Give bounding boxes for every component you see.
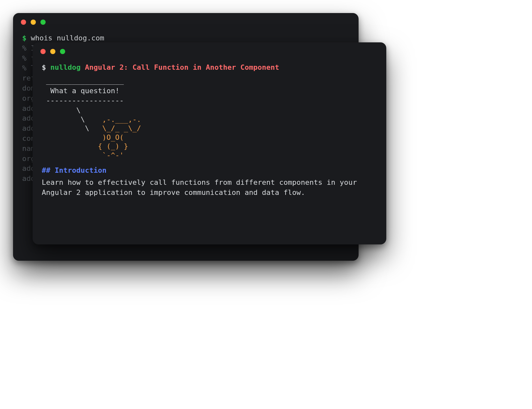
titlebar-back[interactable] [13, 13, 359, 31]
terminal-window-front: $ nulldog Angular 2: Call Function in An… [33, 42, 386, 244]
back-command-line: $ whois nulldog.com [22, 33, 349, 43]
minimize-icon[interactable] [50, 49, 55, 54]
stage: $ whois nulldog.com % IANA WHOIS server … [0, 0, 532, 409]
site-name: nulldog [51, 63, 81, 71]
ascii-line: `-^-' [42, 151, 377, 160]
close-icon[interactable] [40, 49, 46, 54]
minimize-icon[interactable] [31, 20, 36, 25]
front-command-line: $ nulldog Angular 2: Call Function in An… [42, 63, 279, 71]
bubble-text: What a question! [42, 86, 377, 96]
terminal-front-body: $ nulldog Angular 2: Call Function in An… [33, 61, 386, 204]
intro-heading: ## Introduction [42, 166, 377, 176]
bubble-border-top: __________________ [42, 76, 377, 86]
close-icon[interactable] [21, 20, 26, 25]
back-command: whois nulldog.com [31, 34, 104, 42]
ascii-dog-art: \ \ ,-.___,-. \ \_/_ _\_/ )O_O( { (_) } … [42, 106, 377, 160]
prompt-symbol: $ [22, 34, 31, 42]
prompt-symbol: $ [42, 63, 51, 71]
ascii-line: \ \_/_ _\_/ [42, 124, 377, 133]
zoom-icon[interactable] [60, 49, 65, 54]
titlebar-front[interactable] [33, 42, 386, 61]
ascii-line: { (_) } [42, 142, 377, 151]
intro-body: Learn how to effectively call functions … [42, 178, 368, 198]
speech-bubble: __________________ What a question! ----… [42, 76, 377, 106]
article-title: Angular 2: Call Function in Another Comp… [85, 63, 279, 71]
zoom-icon[interactable] [40, 20, 46, 25]
bubble-border-bottom: ------------------ [42, 96, 377, 106]
ascii-line: \ ,-.___,-. [42, 115, 377, 124]
ascii-line: )O_O( [42, 133, 377, 142]
ascii-line: \ [42, 106, 377, 115]
